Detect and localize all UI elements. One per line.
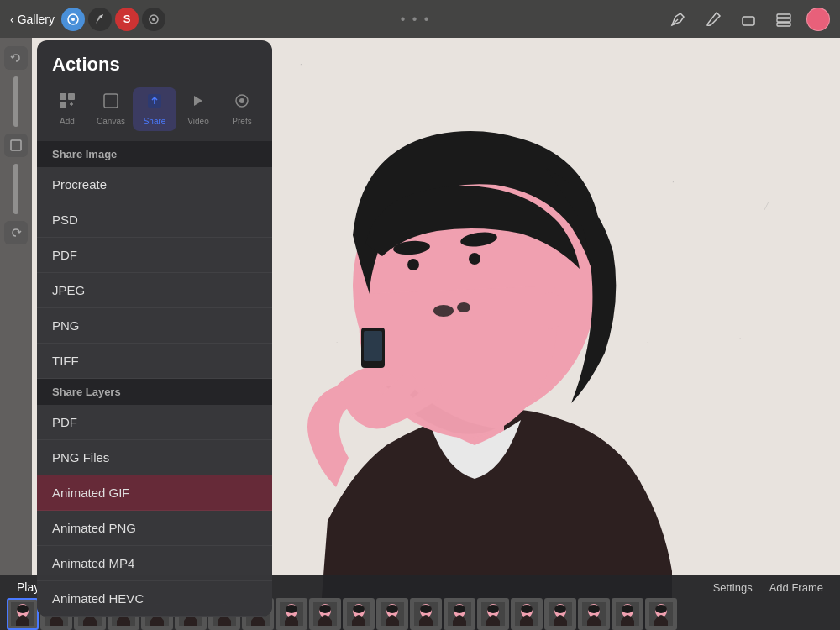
share-pdf-image[interactable]: PDF [37, 238, 272, 273]
frame-thumb[interactable] [612, 598, 643, 630]
share-pdf-layers[interactable]: PDF [37, 405, 272, 440]
svg-point-78 [420, 605, 432, 613]
share-procreate[interactable]: Procreate [37, 167, 272, 202]
s-app-icon[interactable]: S [115, 8, 139, 31]
svg-point-66 [286, 605, 297, 613]
prefs-icon [234, 92, 250, 113]
tab-video-label: Video [187, 117, 208, 126]
frame-thumb[interactable] [544, 598, 576, 630]
svg-point-72 [353, 605, 365, 613]
svg-point-81 [454, 605, 465, 613]
layers-button[interactable] [771, 7, 796, 32]
tab-prefs-label: Prefs [232, 117, 251, 126]
svg-point-21 [71, 18, 75, 21]
share-tiff[interactable]: TIFF [37, 344, 272, 379]
frame-thumb[interactable] [578, 598, 610, 630]
toolbar-left: ‹ Gallery S [10, 8, 165, 31]
brush-tool-button[interactable] [701, 7, 726, 32]
tab-share[interactable]: Share [133, 87, 176, 131]
svg-rect-30 [60, 93, 66, 100]
frame-thumb[interactable] [343, 598, 375, 630]
frame-thumb[interactable] [410, 598, 442, 630]
svg-point-17 [457, 302, 470, 312]
target-icon[interactable] [142, 8, 165, 31]
svg-rect-31 [68, 93, 75, 100]
svg-text:·: · [647, 339, 648, 346]
size-slider[interactable] [13, 164, 18, 214]
svg-text:·: · [672, 177, 675, 186]
tab-share-label: Share [144, 117, 166, 126]
more-dots[interactable]: • • • [401, 12, 431, 27]
svg-text:·: · [300, 60, 302, 69]
svg-point-69 [319, 605, 331, 613]
share-animated-png[interactable]: Animated PNG [37, 511, 272, 546]
svg-point-87 [521, 605, 533, 613]
svg-rect-28 [777, 23, 790, 26]
app-icons: S [61, 8, 165, 31]
pen-tool-icon[interactable] [88, 8, 112, 31]
share-image-header: Share Image [37, 141, 272, 167]
svg-point-11 [535, 292, 565, 329]
share-animated-mp4[interactable]: Animated MP4 [37, 546, 272, 581]
svg-rect-26 [777, 14, 790, 18]
share-png-files[interactable]: PNG Files [37, 440, 272, 475]
bottom-actions: Settings Add Frame [713, 581, 823, 594]
svg-rect-32 [60, 102, 66, 108]
add-frame-button[interactable]: Add Frame [769, 581, 823, 594]
settings-button[interactable]: Settings [713, 581, 753, 594]
procreate-icon[interactable] [61, 8, 85, 31]
share-icon [146, 92, 163, 113]
toolbar-right [665, 7, 830, 32]
svg-point-15 [469, 253, 480, 265]
actions-title: Actions [37, 40, 272, 84]
share-psd[interactable]: PSD [37, 202, 272, 238]
tab-canvas[interactable]: Canvas [89, 87, 133, 131]
chevron-left-icon: ‹ [10, 13, 14, 26]
share-png[interactable]: PNG [37, 308, 272, 344]
share-animated-gif[interactable]: Animated GIF [37, 475, 272, 511]
svg-rect-19 [364, 331, 382, 361]
svg-rect-29 [11, 140, 21, 150]
tab-add-label: Add [60, 117, 75, 126]
actions-panel: Actions Add Canvas Share Video [37, 40, 272, 617]
eraser-tool-button[interactable] [736, 7, 761, 32]
frame-thumb[interactable] [309, 598, 341, 630]
undo-button[interactable] [4, 46, 28, 70]
tab-add[interactable]: Add [45, 87, 89, 131]
svg-marker-35 [194, 96, 202, 106]
pen-tool-button[interactable] [665, 7, 690, 32]
redo-button[interactable] [4, 221, 28, 244]
frame-thumb[interactable] [376, 598, 408, 630]
frame-thumb[interactable] [645, 598, 677, 630]
svg-text:·: · [336, 339, 338, 346]
svg-point-14 [407, 259, 419, 270]
svg-point-23 [152, 18, 155, 21]
opacity-slider[interactable] [13, 76, 18, 127]
frame-thumb[interactable] [511, 598, 543, 630]
frame-thumb[interactable] [276, 598, 307, 630]
svg-point-96 [622, 605, 633, 613]
actions-tabs: Add Canvas Share Video Prefs [37, 84, 272, 141]
svg-point-37 [239, 98, 244, 103]
share-jpeg[interactable]: JPEG [37, 273, 272, 308]
frame-thumb[interactable] [444, 598, 475, 630]
svg-point-99 [655, 605, 667, 613]
svg-point-90 [554, 605, 566, 613]
svg-point-16 [433, 305, 454, 317]
canvas-icon [102, 92, 119, 113]
svg-point-93 [588, 605, 600, 613]
svg-text:╱: ╱ [764, 202, 769, 210]
svg-point-75 [386, 605, 398, 613]
tab-video[interactable]: Video [176, 87, 220, 131]
gallery-label: Gallery [18, 13, 55, 26]
tab-help[interactable]: ? Help [264, 87, 272, 131]
share-layers-header: Share Layers [37, 379, 272, 405]
frame-thumb[interactable] [7, 598, 39, 630]
tab-prefs[interactable]: Prefs [220, 87, 264, 131]
transform-button[interactable] [4, 134, 28, 157]
share-animated-hevc[interactable]: Animated HEVC [37, 581, 272, 617]
gallery-button[interactable]: ‹ Gallery [10, 13, 55, 26]
frame-thumb[interactable] [477, 598, 509, 630]
svg-text:·: · [739, 334, 741, 342]
color-picker[interactable] [806, 8, 830, 31]
